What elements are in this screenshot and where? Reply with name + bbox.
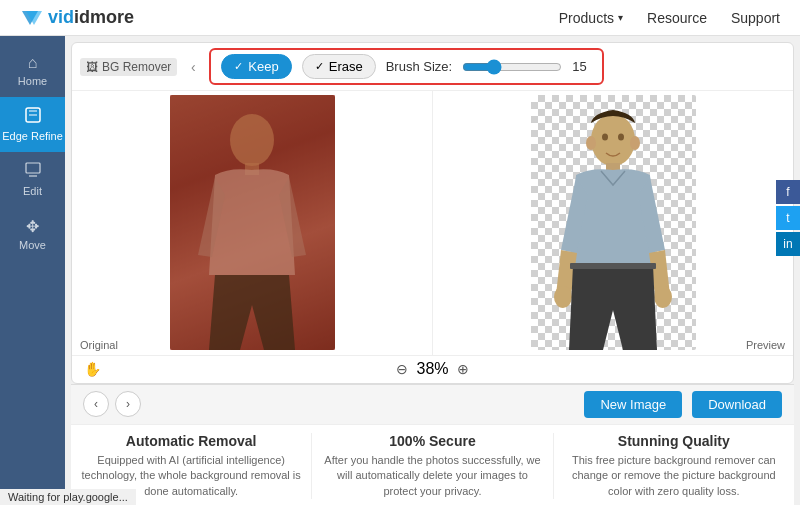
svg-rect-5 [26,163,40,173]
twitter-button[interactable]: t [776,206,800,230]
logo[interactable]: vididmore [20,7,134,28]
svg-point-7 [230,114,274,166]
feature-title-quality: Stunning Quality [562,433,786,449]
action-row: ‹ › New Image Download [71,384,794,424]
svg-point-14 [654,286,672,308]
sidebar-label-move: Move [19,239,46,251]
facebook-button[interactable]: f [776,180,800,204]
original-image [170,95,335,350]
keep-button[interactable]: ✓ Keep [221,54,291,79]
close-bar-btn[interactable]: ‹ [185,59,201,75]
logo-icon [20,9,44,27]
download-button[interactable]: Download [692,391,782,418]
brush-size-label: Brush Size: [386,59,452,74]
svg-rect-15 [570,263,656,269]
content: 🖼 BG Remover ‹ ✓ Keep ✓ Erase Brush Size… [65,36,800,505]
move-icon: ✥ [26,217,39,236]
preview-panel[interactable]: Preview [433,91,793,355]
zoom-controls: ⊖ 38% ⊕ [396,360,468,378]
chevron-down-icon: ▾ [618,12,623,23]
features-row: Automatic Removal Equipped with AI (arti… [71,424,794,505]
new-image-button[interactable]: New Image [584,391,682,418]
card-bottom: ✋ ⊖ 38% ⊕ [72,355,793,383]
sidebar-label-edge-refine: Edge Refine [2,130,63,142]
card-images: Original [72,91,793,355]
edge-refine-icon [25,107,41,127]
sidebar-item-home[interactable]: ⌂ Home [0,44,65,97]
nav-products[interactable]: Products ▾ [559,10,623,26]
logo-vid: vid [48,7,74,27]
linkedin-button[interactable]: in [776,232,800,256]
check-icon-erase: ✓ [315,60,324,73]
zoom-in-icon[interactable]: ⊕ [457,361,469,377]
person-silhouette-left [170,95,335,350]
home-icon: ⌂ [28,54,38,72]
edit-icon [25,162,41,182]
preview-label: Preview [746,339,785,351]
tools-container: ✓ Keep ✓ Erase Brush Size: 15 [209,48,604,85]
prev-button[interactable]: ‹ [83,391,109,417]
zoom-value: 38% [416,360,448,378]
sidebar-item-move[interactable]: ✥ Move [0,207,65,261]
bg-remover-icon: 🖼 [86,60,98,74]
main: ⌂ Home Edge Refine Edit ✥ [0,36,800,505]
sidebar-item-edit[interactable]: Edit [0,152,65,207]
logo-text: vididmore [48,7,134,28]
erase-button[interactable]: ✓ Erase [302,54,376,79]
main-card: 🖼 BG Remover ‹ ✓ Keep ✓ Erase Brush Size… [71,42,794,384]
status-text: Waiting for play.google... [8,491,128,503]
svg-point-16 [602,134,608,141]
nav: Products ▾ Resource Support [559,10,780,26]
navigation-arrows: ‹ › [83,391,141,417]
original-panel[interactable]: Original [72,91,433,355]
social-sidebar: f t in [776,180,800,256]
feature-desc-quality: This free picture background remover can… [562,453,786,499]
card-toolbar: 🖼 BG Remover ‹ ✓ Keep ✓ Erase Brush Size… [72,43,793,91]
check-icon: ✓ [234,60,243,73]
feature-quality: Stunning Quality This free picture backg… [554,433,794,499]
preview-image [531,95,696,350]
hand-tool-icon[interactable]: ✋ [84,361,101,377]
nav-resource[interactable]: Resource [647,10,707,26]
feature-secure: 100% Secure After you handle the photos … [311,433,553,499]
header: vididmore Products ▾ Resource Support [0,0,800,36]
sidebar-label-home: Home [18,75,47,87]
zoom-out-icon[interactable]: ⊖ [396,361,408,377]
action-buttons: New Image Download [584,391,782,418]
brush-size-slider[interactable] [462,59,562,75]
next-button[interactable]: › [115,391,141,417]
person-silhouette-right [531,95,696,350]
status-bar: Waiting for play.google... [0,489,136,505]
sidebar-item-edge-refine[interactable]: Edge Refine [0,97,65,152]
original-label: Original [80,339,118,351]
svg-point-10 [586,136,596,150]
brush-value-display: 15 [572,59,592,74]
svg-point-17 [618,134,624,141]
feature-desc-secure: After you handle the photos successfully… [320,453,544,499]
svg-point-13 [554,286,572,308]
nav-support[interactable]: Support [731,10,780,26]
svg-point-11 [630,136,640,150]
sidebar: ⌂ Home Edge Refine Edit ✥ [0,36,65,505]
feature-title-automatic: Automatic Removal [79,433,303,449]
svg-point-9 [591,114,635,166]
feature-title-secure: 100% Secure [320,433,544,449]
sidebar-label-edit: Edit [23,185,42,197]
bg-remover-label-row: 🖼 BG Remover [80,58,177,76]
